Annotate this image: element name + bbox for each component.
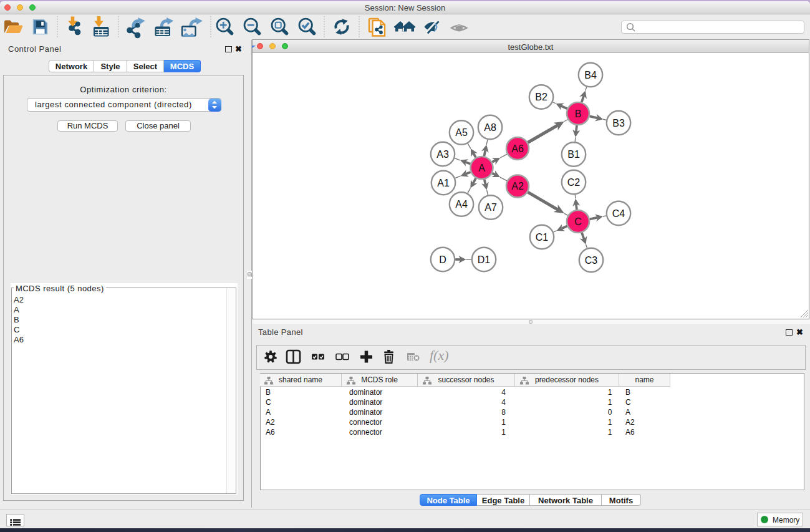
svg-text:B: B [575,109,582,119]
svg-text:A6: A6 [511,143,524,154]
svg-text:C3: C3 [585,255,598,266]
svg-text:A4: A4 [455,199,468,210]
svg-text:A3: A3 [436,149,449,160]
svg-text:D1: D1 [478,254,491,265]
svg-text:A1: A1 [437,178,450,188]
svg-text:B1: B1 [567,149,580,160]
svg-text:D: D [439,254,446,265]
svg-text:C2: C2 [567,177,581,188]
svg-text:B3: B3 [612,118,625,128]
svg-text:A5: A5 [455,127,468,138]
svg-text:A: A [478,163,485,173]
svg-text:A7: A7 [485,202,497,213]
svg-text:B4: B4 [584,70,597,80]
svg-text:B2: B2 [535,92,547,102]
svg-text:C4: C4 [612,208,625,219]
svg-text:A8: A8 [484,122,496,133]
svg-text:C1: C1 [536,232,549,243]
svg-text:C: C [574,216,582,227]
svg-text:A2: A2 [511,181,524,191]
